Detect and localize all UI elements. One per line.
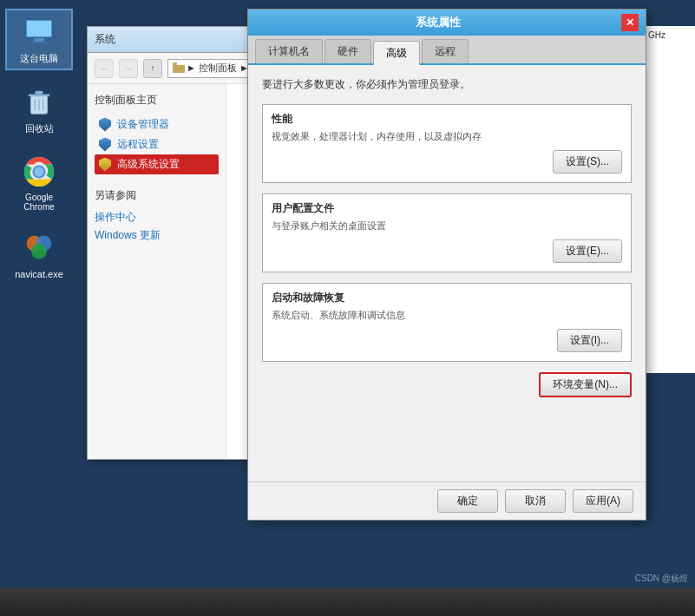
dialog-tabs: 计算机名 硬件 高级 远程 — [248, 36, 646, 65]
shield-gold-icon — [98, 158, 112, 172]
watermark: CSDN @杨煜 — [635, 573, 688, 585]
system-panel: GHz — [643, 26, 695, 373]
section-performance-title: 性能 — [272, 112, 622, 127]
apply-button[interactable]: 应用(A) — [573, 489, 633, 513]
environment-variables-button[interactable]: 环境变量(N)... — [539, 372, 632, 397]
desktop-icons: 这台电脑 回收站 — [0, 0, 78, 293]
section-startup-recovery-title: 启动和故障恢复 — [272, 291, 622, 305]
dialog-body: 要进行大多数更改，你必须作为管理员登录。 性能 视觉效果，处理器计划，内存使用，… — [248, 65, 646, 410]
svg-rect-1 — [27, 21, 51, 36]
dialog-title: 系统属性 — [255, 15, 621, 30]
section-startup-recovery-desc: 系统启动、系统故障和调试信息 — [272, 309, 622, 322]
tab-hardware[interactable]: 硬件 — [325, 39, 371, 63]
dialog-close-button[interactable]: ✕ — [621, 14, 639, 31]
confirm-button[interactable]: 确定 — [437, 489, 498, 513]
startup-recovery-settings-button[interactable]: 设置(I)... — [557, 329, 622, 352]
back-btn[interactable]: ← — [95, 59, 114, 78]
svg-rect-2 — [34, 38, 44, 42]
shield-icon — [98, 118, 112, 132]
recycle-bin-icon — [22, 84, 56, 119]
breadcrumb-icon — [173, 62, 185, 75]
desktop-icon-recycle-bin[interactable]: 回收站 — [5, 79, 73, 141]
forward-btn[interactable]: → — [119, 59, 138, 78]
explorer-sidebar: 控制面板主页 设备管理器 远程设置 — [88, 84, 226, 459]
system-panel-content: GHz — [644, 26, 695, 48]
section-performance: 性能 视觉效果，处理器计划，内存使用，以及虚拟内存 设置(S)... — [262, 104, 632, 183]
desktop-icon-label: navicat.exe — [15, 269, 63, 279]
desktop-icon-chrome[interactable]: Google Chrome — [5, 149, 73, 217]
svg-rect-6 — [35, 91, 43, 95]
tab-remote[interactable]: 远程 — [422, 39, 469, 63]
reference-title: 另请参阅 — [95, 188, 219, 203]
svg-rect-3 — [30, 42, 48, 43]
shield-icon-2 — [98, 138, 112, 152]
performance-settings-button[interactable]: 设置(S)... — [553, 150, 622, 174]
sidebar-item-device-manager[interactable]: 设备管理器 — [95, 115, 219, 134]
section-startup-recovery: 启动和故障恢复 系统启动、系统故障和调试信息 设置(I)... — [262, 283, 632, 362]
dialog-titlebar: 系统属性 ✕ — [248, 10, 646, 36]
sidebar-section-title: 控制面板主页 — [95, 93, 219, 108]
sidebar-item-advanced[interactable]: 高级系统设置 — [95, 154, 219, 174]
svg-rect-5 — [29, 94, 50, 96]
section-performance-btn-row: 设置(S)... — [272, 150, 622, 174]
taskbar — [0, 588, 695, 616]
tab-advanced[interactable]: 高级 — [373, 41, 420, 65]
up-btn[interactable]: ↑ — [143, 59, 162, 78]
navicat-icon — [22, 231, 56, 265]
reference-link-action-center[interactable]: 操作中心 — [95, 210, 219, 225]
svg-rect-18 — [173, 62, 177, 65]
svg-point-15 — [31, 244, 47, 259]
dialog-footer: 确定 取消 应用(A) — [248, 482, 646, 520]
system-properties-dialog: 系统属性 ✕ 计算机名 硬件 高级 远程 要进行大多数更改，你必须作为管理员登录… — [247, 9, 646, 521]
chrome-icon — [22, 154, 56, 189]
desktop-icon-label: Google Chrome — [10, 193, 68, 212]
system-ghz: GHz — [648, 30, 691, 40]
dialog-info-text: 要进行大多数更改，你必须作为管理员登录。 — [262, 77, 632, 92]
desktop-icon-label: 这台电脑 — [20, 52, 58, 65]
svg-rect-17 — [173, 65, 178, 67]
desktop-icon-navicat[interactable]: navicat.exe — [5, 226, 73, 285]
reference-link-windows-update[interactable]: Windows 更新 — [95, 228, 219, 243]
reference-section: 另请参阅 操作中心 Windows 更新 — [95, 188, 219, 243]
desktop-icon-this-pc[interactable]: 这台电脑 — [5, 9, 73, 70]
desktop-icon-label: 回收站 — [25, 122, 54, 135]
desktop: 这台电脑 回收站 — [0, 0, 695, 616]
tab-computer-name[interactable]: 计算机名 — [255, 39, 323, 63]
section-user-profile-desc: 与登录账户相关的桌面设置 — [272, 220, 622, 233]
computer-icon — [22, 14, 56, 49]
svg-point-12 — [34, 167, 43, 176]
section-user-profile-title: 用户配置文件 — [272, 201, 622, 216]
section-user-profile-btn-row: 设置(E)... — [272, 239, 622, 263]
cancel-button[interactable]: 取消 — [505, 489, 566, 513]
section-startup-recovery-btn-row: 设置(I)... — [272, 329, 622, 352]
sidebar-item-remote-settings[interactable]: 远程设置 — [95, 134, 219, 154]
user-profile-settings-button[interactable]: 设置(E)... — [553, 239, 622, 263]
section-user-profile: 用户配置文件 与登录账户相关的桌面设置 设置(E)... — [262, 193, 632, 272]
section-performance-desc: 视觉效果，处理器计划，内存使用，以及虚拟内存 — [272, 130, 622, 143]
env-btn-row: 环境变量(N)... — [262, 372, 632, 397]
